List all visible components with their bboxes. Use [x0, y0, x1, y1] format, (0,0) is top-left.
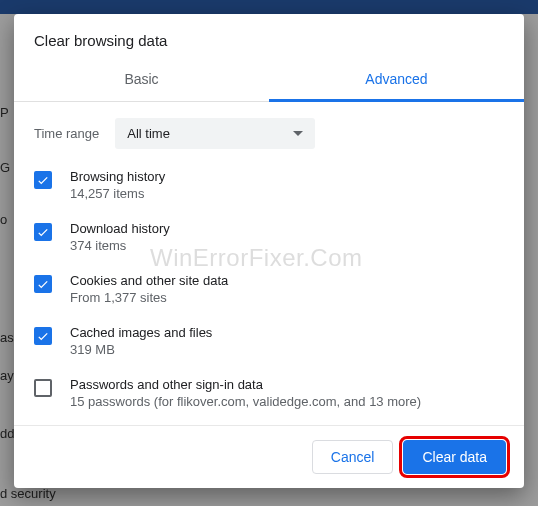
time-range-value: All time [127, 126, 170, 141]
tab-advanced[interactable]: Advanced [269, 61, 524, 102]
list-item: Passwords and other sign-in data 15 pass… [34, 367, 508, 419]
item-subtitle: 374 items [70, 238, 170, 253]
item-title: Cookies and other site data [70, 273, 228, 288]
item-title: Download history [70, 221, 170, 236]
item-subtitle: 14,257 items [70, 186, 165, 201]
item-title: Browsing history [70, 169, 165, 184]
check-icon [36, 225, 50, 239]
browser-top-bar [0, 0, 538, 14]
list-item: Cached images and files 319 MB [34, 315, 508, 367]
clear-data-button[interactable]: Clear data [403, 440, 506, 474]
checkbox-download-history[interactable] [34, 223, 52, 241]
item-subtitle: 15 passwords (for flikover.com, validedg… [70, 394, 421, 409]
time-range-label: Time range [34, 126, 99, 141]
time-range-row: Time range All time [34, 102, 508, 159]
dialog-footer: Cancel Clear data [14, 425, 524, 488]
checkbox-cookies[interactable] [34, 275, 52, 293]
item-subtitle: From 1,377 sites [70, 290, 228, 305]
options-scroll-area[interactable]: Time range All time Browsing history 14,… [14, 102, 524, 425]
check-icon [36, 173, 50, 187]
item-title: Cached images and files [70, 325, 212, 340]
check-icon [36, 329, 50, 343]
item-subtitle: 319 MB [70, 342, 212, 357]
time-range-select[interactable]: All time [115, 118, 315, 149]
item-title: Passwords and other sign-in data [70, 377, 421, 392]
checkbox-passwords[interactable] [34, 379, 52, 397]
tab-basic[interactable]: Basic [14, 61, 269, 101]
check-icon [36, 277, 50, 291]
list-item: Browsing history 14,257 items [34, 159, 508, 211]
clear-browsing-data-dialog: Clear browsing data Basic Advanced Time … [14, 14, 524, 488]
list-item: Download history 374 items [34, 211, 508, 263]
dialog-title: Clear browsing data [14, 14, 524, 61]
checkbox-cached-images[interactable] [34, 327, 52, 345]
checkbox-browsing-history[interactable] [34, 171, 52, 189]
dialog-tabs: Basic Advanced [14, 61, 524, 102]
cancel-button[interactable]: Cancel [312, 440, 394, 474]
list-item: Autofill form data [34, 419, 508, 425]
list-item: Cookies and other site data From 1,377 s… [34, 263, 508, 315]
chevron-down-icon [293, 131, 303, 136]
